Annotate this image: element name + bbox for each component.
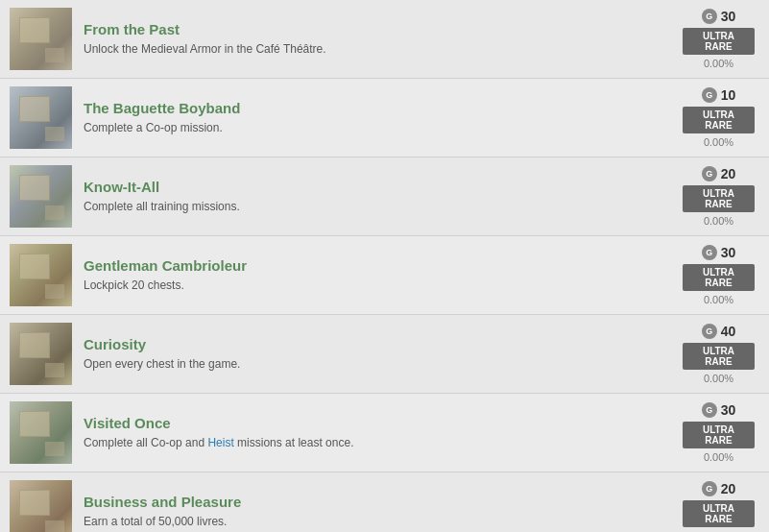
achievement-description: Complete all training missions. [84, 199, 668, 215]
achievement-thumbnail [10, 165, 72, 228]
achievement-right-panel: G20ULTRA RARE0.00% [678, 481, 759, 532]
rarity-badge: ULTRA RARE [683, 107, 755, 133]
achievement-content: Business and PleasureEarn a total of 50,… [84, 494, 668, 530]
achievement-content: From the PastUnlock the Medieval Armor i… [84, 21, 668, 58]
gamerscore-icon: G [702, 9, 717, 24]
rarity-badge: ULTRA RARE [683, 500, 755, 527]
achievement-item: The Baguette BoybandComplete a Co-op mis… [0, 79, 769, 157]
achievement-description: Complete a Co-op mission. [84, 120, 668, 136]
achievement-right-panel: G30ULTRA RARE0.00% [678, 9, 759, 69]
points-value: 30 [721, 402, 736, 418]
achievement-title: From the Past [84, 21, 668, 37]
achievement-item: Business and PleasureEarn a total of 50,… [0, 472, 769, 532]
achievement-item: Visited OnceComplete all Co-op and Heist… [0, 394, 769, 472]
achievement-thumbnail [10, 323, 72, 385]
rarity-percent: 0.00% [704, 136, 733, 148]
achievement-title: Gentleman Cambrioleur [84, 257, 668, 274]
achievement-description: Complete all Co-op and Heist missions at… [84, 435, 668, 451]
points-value: 20 [721, 166, 736, 181]
points-value: 10 [721, 87, 736, 103]
achievement-content: The Baguette BoybandComplete a Co-op mis… [84, 100, 668, 136]
achievement-title: Curiosity [84, 336, 668, 352]
gamerscore-icon: G [702, 402, 717, 418]
points-value: 40 [721, 324, 736, 339]
gamerscore-icon: G [702, 324, 717, 339]
achievement-title: The Baguette Boyband [84, 100, 668, 116]
achievement-thumbnail [10, 86, 72, 149]
points-row: G30 [702, 245, 736, 260]
achievement-content: Visited OnceComplete all Co-op and Heist… [84, 415, 668, 451]
achievement-thumbnail [10, 8, 72, 70]
achievement-item: From the PastUnlock the Medieval Armor i… [0, 0, 769, 79]
achievement-description: Lockpick 20 chests. [84, 278, 668, 294]
achievement-content: Know-It-AllComplete all training mission… [84, 179, 668, 215]
rarity-percent: 0.00% [704, 58, 733, 69]
achievement-item: Know-It-AllComplete all training mission… [0, 157, 769, 236]
rarity-badge: ULTRA RARE [683, 264, 755, 291]
rarity-badge: ULTRA RARE [683, 185, 755, 212]
points-row: G40 [702, 324, 736, 339]
points-row: G10 [702, 87, 736, 103]
achievement-thumbnail [10, 401, 72, 464]
rarity-badge: ULTRA RARE [683, 28, 755, 55]
achievement-title: Know-It-All [84, 179, 668, 195]
gamerscore-icon: G [702, 166, 717, 181]
achievement-right-panel: G30ULTRA RARE0.00% [678, 245, 759, 305]
gamerscore-icon: G [702, 245, 717, 260]
achievement-right-panel: G40ULTRA RARE0.00% [678, 324, 759, 384]
rarity-badge: ULTRA RARE [683, 343, 755, 370]
achievement-item: CuriosityOpen every chest in the game.G4… [0, 315, 769, 394]
achievement-item: Gentleman CambrioleurLockpick 20 chests.… [0, 236, 769, 315]
rarity-percent: 0.00% [704, 451, 733, 463]
rarity-badge: ULTRA RARE [683, 422, 755, 448]
gamerscore-icon: G [702, 87, 717, 103]
achievement-description: Unlock the Medieval Armor in the Café Th… [84, 41, 668, 58]
achievement-right-panel: G30ULTRA RARE0.00% [678, 402, 759, 463]
points-row: G30 [702, 402, 736, 418]
points-value: 30 [721, 245, 736, 260]
achievement-right-panel: G20ULTRA RARE0.00% [678, 166, 759, 227]
achievement-content: Gentleman CambrioleurLockpick 20 chests. [84, 257, 668, 294]
rarity-percent: 0.00% [704, 373, 733, 384]
points-value: 30 [721, 9, 736, 24]
achievement-title: Business and Pleasure [84, 494, 668, 510]
achievement-description: Earn a total of 50,000 livres. [84, 514, 668, 530]
achievement-description: Open every chest in the game. [84, 356, 668, 373]
points-row: G20 [702, 166, 736, 181]
achievement-right-panel: G10ULTRA RARE0.00% [678, 87, 759, 148]
rarity-percent: 0.00% [704, 294, 733, 305]
points-row: G30 [702, 9, 736, 24]
gamerscore-icon: G [702, 481, 717, 496]
achievement-title: Visited Once [84, 415, 668, 431]
achievement-content: CuriosityOpen every chest in the game. [84, 336, 668, 373]
achievement-list: From the PastUnlock the Medieval Armor i… [0, 0, 769, 532]
rarity-percent: 0.00% [704, 215, 733, 227]
points-value: 20 [721, 481, 736, 496]
achievement-thumbnail [10, 480, 72, 532]
points-row: G20 [702, 481, 736, 496]
achievement-thumbnail [10, 244, 72, 306]
